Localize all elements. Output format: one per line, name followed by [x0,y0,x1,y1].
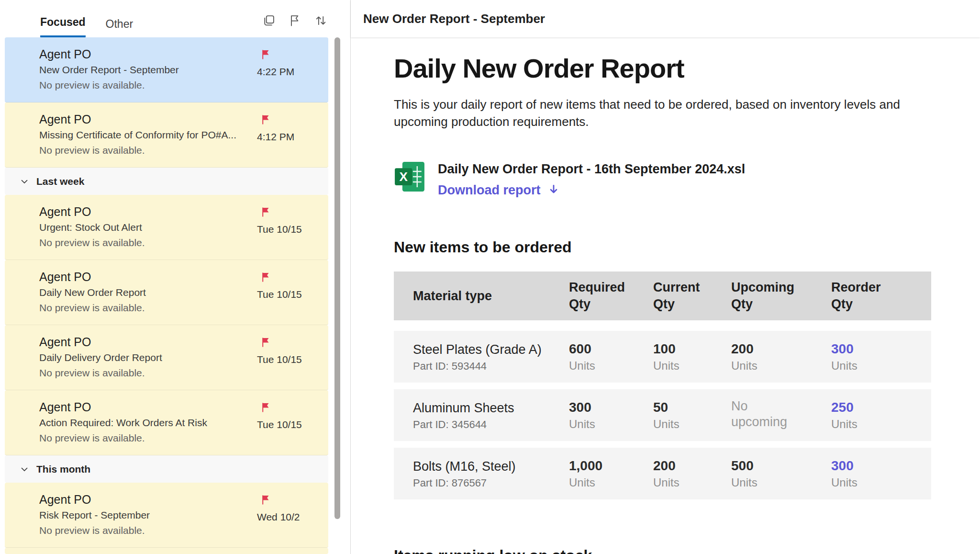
email-sender: Agent PO [39,491,252,508]
material-name: Bolts (M16, Steel) [413,458,569,475]
email-sender: Agent PO [39,46,252,62]
flag-icon[interactable] [260,271,271,283]
email-subject: Daily New Order Report [39,285,252,300]
email-item-missing-certificate[interactable]: Agent PO Missing Certificate of Conformi… [5,102,328,168]
flag-icon[interactable] [260,494,271,506]
email-preview: No preview is available. [39,78,252,93]
email-time: 4:12 PM [257,131,294,143]
chevron-down-icon [19,176,30,187]
tab-other[interactable]: Other [106,9,134,37]
material-name: Aluminum Sheets [413,400,569,416]
report-title: Daily New Order Report [394,54,951,83]
list-header: Focused Other [0,0,350,37]
flag-icon[interactable] [260,402,271,413]
download-arrow-icon [547,183,560,198]
report-intro: This is your daily report of new items t… [394,96,903,130]
mail-app: Focused Other Agent PO New Order Report … [0,0,980,554]
sort-icon[interactable] [313,13,328,28]
email-preview: No preview is available. [39,430,252,446]
email-preview: No preview is available. [39,300,252,316]
email-subject: Urgent: Stock Out Alert [39,220,252,235]
material-name: Steel Plates (Grade A) [413,341,569,358]
reorder-qty: 300 [831,458,931,474]
col-header-required-qty: Required Qty [569,279,653,313]
required-qty: 600 [569,341,653,357]
table-row: Bolts (M16, Steel) Part ID: 876567 1,000… [394,448,931,499]
list-header-icons [262,13,328,37]
pages-icon[interactable] [262,13,276,28]
download-report-label[interactable]: Download report [438,183,541,198]
group-label: Last week [36,176,84,187]
email-subject: Action Required: Work Orders At Risk [39,415,252,430]
part-id: Part ID: 593444 [413,360,569,373]
tab-focused[interactable]: Focused [40,7,86,37]
download-report-link[interactable]: Download report [438,183,745,198]
email-list-pane: Focused Other Agent PO New Order Report … [0,0,351,554]
flag-icon[interactable] [260,114,271,125]
current-qty: 100 [653,341,731,357]
section-title-new-items: New items to be ordered [394,237,951,257]
flag-icon[interactable] [260,337,271,348]
new-items-table: Material type Required Qty Current Qty U… [394,271,931,499]
flag-filter-icon[interactable] [288,13,302,28]
email-time: Tue 10/15 [257,289,302,300]
email-subject: Risk Report - September [39,508,252,523]
group-label: This month [36,464,90,475]
table-row: Steel Plates (Grade A) Part ID: 593444 6… [394,331,931,383]
attachment-card: X Daily New Order Report - 16th Septembe… [394,161,951,198]
email-time: Tue 10/15 [257,354,302,365]
col-header-current-qty: Current Qty [653,279,731,313]
email-sender: Agent PO [39,399,252,415]
email-sender: Agent PO [39,334,252,350]
reading-pane-header: New Order Report - September [351,0,980,37]
email-preview: No preview is available. [39,235,252,250]
flag-icon[interactable] [260,206,271,218]
table-header-row: Material type Required Qty Current Qty U… [394,271,931,320]
required-qty: 300 [569,399,653,416]
reorder-qty: 300 [831,341,931,357]
svg-text:X: X [400,170,408,184]
col-header-reorder-qty: Reorder Qty [831,279,931,313]
table-row: Aluminum Sheets Part ID: 345644 300 Unit… [394,389,931,441]
excel-icon: X [394,161,425,192]
email-item-work-orders-at-risk[interactable]: Agent PO Action Required: Work Orders At… [5,390,328,455]
email-time: Tue 10/15 [257,419,302,430]
current-qty: 200 [653,458,731,474]
email-list: Agent PO New Order Report - September No… [5,37,328,554]
reading-pane: New Order Report - September Daily New O… [351,0,980,554]
upcoming-qty: No upcoming [731,398,789,430]
email-subject: New Order Report - September [39,62,252,78]
required-qty: 1,000 [569,458,653,474]
part-id: Part ID: 345644 [413,418,569,431]
email-time: Wed 10/2 [257,511,300,523]
section-title-low-stock: Items running low on stock [394,545,951,554]
col-header-material-type: Material type [394,288,569,305]
upcoming-qty: 500 [731,458,831,474]
email-item-new-order-report[interactable]: Agent PO New Order Report - September No… [5,37,328,102]
attachment-filename: Daily New Order Report - 16th September … [438,161,745,177]
inbox-tabs: Focused Other [40,7,133,37]
email-sender: Agent PO [39,111,252,127]
chevron-down-icon [19,464,30,475]
email-item-partial[interactable] [5,548,328,554]
current-qty: 50 [653,399,731,416]
email-item-daily-delivery-order[interactable]: Agent PO Daily Delivery Order Report No … [5,325,328,390]
email-subject: Daily Delivery Order Report [39,350,252,365]
email-time: 4:22 PM [257,66,294,78]
email-group-header-last-week[interactable]: Last week [5,168,328,195]
email-group-header-this-month[interactable]: This month [5,455,328,483]
email-item-daily-new-order[interactable]: Agent PO Daily New Order Report No previ… [5,260,328,325]
col-header-upcoming-qty: Upcoming Qty [731,279,831,313]
email-preview: No preview is available. [39,143,252,158]
email-preview: No preview is available. [39,365,252,381]
flag-icon[interactable] [260,49,271,60]
email-item-risk-report[interactable]: Agent PO Risk Report - September No prev… [5,483,328,548]
email-subject: Missing Certificate of Conformity for PO… [39,127,252,143]
email-time: Tue 10/15 [257,224,302,235]
email-preview: No preview is available. [39,523,252,538]
upcoming-qty: 200 [731,341,831,357]
email-item-stock-out-alert[interactable]: Agent PO Urgent: Stock Out Alert No prev… [5,195,328,260]
scrollbar-thumb[interactable] [334,37,340,519]
part-id: Part ID: 876567 [413,477,569,489]
email-list-scrollbar[interactable] [334,0,341,554]
